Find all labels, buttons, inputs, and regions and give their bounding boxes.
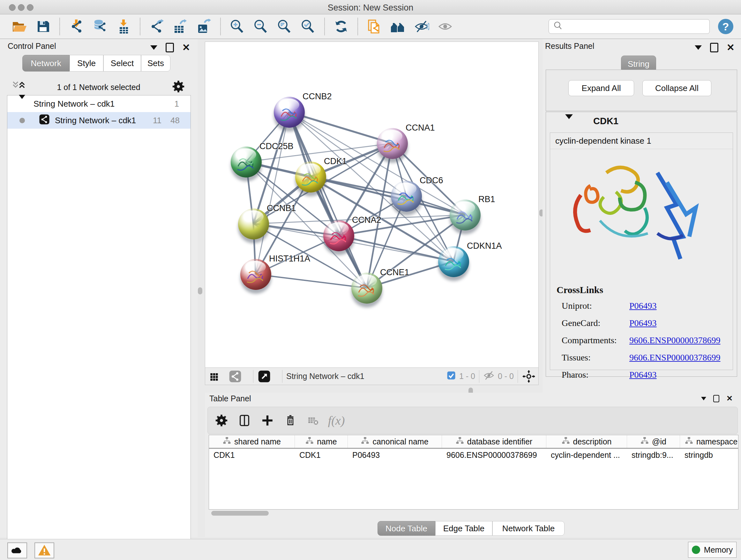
- zoom-fit-icon[interactable]: [276, 18, 293, 35]
- collapse-all-button[interactable]: Collapse All: [643, 80, 711, 96]
- column-header-shared-name[interactable]: shared name: [209, 435, 295, 448]
- column-header-database-identifier[interactable]: database identifier: [442, 435, 546, 448]
- hide-eye-icon[interactable]: [413, 18, 430, 35]
- import-table-icon[interactable]: [115, 18, 132, 35]
- table-cell[interactable]: CDK1: [209, 449, 295, 462]
- network-collection-row[interactable]: String Network – cdk1 1: [7, 96, 191, 112]
- network-node-cdc25b[interactable]: [231, 146, 262, 178]
- export-table-icon[interactable]: [172, 18, 189, 35]
- crosslink-link[interactable]: 9606.ENSP00000378699: [629, 335, 720, 346]
- export-network-icon[interactable]: [148, 18, 165, 35]
- crosslink-link[interactable]: P06493: [629, 370, 657, 380]
- column-header-namespace[interactable]: namespace: [680, 435, 738, 448]
- application-window: Session: New Session ? Control Panel ✕ N…: [0, 0, 741, 560]
- collapse-triangle-icon[interactable]: [19, 99, 25, 109]
- table-cell[interactable]: stringdb: [680, 449, 738, 462]
- float-panel-icon[interactable]: [713, 395, 719, 402]
- close-panel-icon[interactable]: ✕: [727, 44, 735, 51]
- column-header-description[interactable]: description: [546, 435, 627, 448]
- network-node-ccnb2[interactable]: [274, 97, 305, 128]
- crosslink-link[interactable]: P06493: [629, 318, 657, 328]
- float-panel-icon[interactable]: [165, 43, 174, 52]
- search-box[interactable]: [549, 19, 710, 34]
- delete-table-icon[interactable]: [306, 413, 321, 428]
- selected-checkbox-icon[interactable]: [447, 371, 456, 382]
- table-cell[interactable]: stringdb:9...: [627, 449, 680, 462]
- table-cell[interactable]: CDK1: [295, 449, 348, 462]
- delete-column-icon[interactable]: [282, 413, 298, 428]
- network-node-ccne1[interactable]: [351, 273, 382, 304]
- network-view-canvas[interactable]: CCNB2CCNA1CDC25BCDK1CDC6RB1CCNB1CCNA2CDK…: [205, 42, 539, 368]
- scrollbar-thumb[interactable]: [211, 511, 269, 516]
- network-node-ccna2[interactable]: [323, 220, 354, 251]
- export-image-icon[interactable]: [196, 18, 212, 35]
- column-header--id[interactable]: @id: [627, 435, 680, 448]
- close-panel-icon[interactable]: ✕: [726, 395, 733, 402]
- table-gear-icon[interactable]: [213, 413, 229, 428]
- network-edge[interactable]: [339, 236, 454, 261]
- tab-edge-table[interactable]: Edge Table: [435, 521, 492, 536]
- network-node-cdkn1a[interactable]: [438, 246, 469, 277]
- network-node-cdc6[interactable]: [391, 181, 422, 212]
- save-icon[interactable]: [35, 18, 51, 35]
- tab-network-table[interactable]: Network Table: [492, 521, 564, 536]
- expand-all-button[interactable]: Expand All: [568, 80, 634, 96]
- zoom-in-icon[interactable]: [229, 18, 246, 35]
- copy-document-icon[interactable]: [366, 18, 383, 35]
- network-options-gear-icon[interactable]: [172, 80, 185, 94]
- zoom-out-icon[interactable]: [253, 18, 269, 35]
- table-horizontal-scrollbar[interactable]: [209, 510, 737, 516]
- network-row[interactable]: String Network – cdk1 11 48: [7, 112, 191, 129]
- table-cell[interactable]: P06493: [348, 449, 442, 462]
- search-input[interactable]: [563, 22, 705, 31]
- network-edge[interactable]: [256, 274, 367, 288]
- tab-network[interactable]: Network: [22, 55, 70, 71]
- open-folder-icon[interactable]: [11, 18, 28, 35]
- float-panel-icon[interactable]: [710, 43, 718, 52]
- network-node-ccna1[interactable]: [377, 128, 408, 159]
- fit-selected-crosshair-icon[interactable]: [522, 368, 536, 384]
- table-cell[interactable]: 9606.ENSP00000378699: [442, 449, 546, 462]
- panel-menu-icon[interactable]: [695, 45, 702, 50]
- cloud-button[interactable]: [7, 543, 27, 558]
- network-edge[interactable]: [289, 112, 392, 143]
- panel-menu-icon[interactable]: [701, 397, 706, 400]
- show-eye-icon[interactable]: [437, 18, 454, 35]
- crosslink-link[interactable]: 9606.ENSP00000378699: [629, 353, 720, 363]
- panel-menu-icon[interactable]: [150, 45, 157, 50]
- birdseye-view-icon[interactable]: [257, 368, 271, 384]
- table-row[interactable]: CDK1CDK1P064939606.ENSP00000378699cyclin…: [209, 449, 738, 462]
- network-node-ccnb1[interactable]: [238, 208, 269, 240]
- home-icon[interactable]: [390, 18, 406, 35]
- network-name-label: String Network – cdk1: [286, 372, 364, 381]
- tab-sets[interactable]: Sets: [141, 55, 171, 71]
- network-edge[interactable]: [256, 112, 289, 274]
- function-builder-icon[interactable]: f(x): [328, 413, 344, 428]
- memory-button[interactable]: Memory: [688, 542, 737, 558]
- show-columns-icon[interactable]: [237, 413, 253, 428]
- hidden-eye-slash-icon[interactable]: [483, 370, 495, 383]
- close-panel-icon[interactable]: ✕: [182, 44, 190, 51]
- expand-collapse-icons[interactable]: [11, 79, 25, 95]
- import-network-icon[interactable]: [68, 18, 84, 35]
- tab-node-table[interactable]: Node Table: [378, 521, 435, 536]
- string-network-badge-icon[interactable]: [228, 368, 242, 384]
- column-header-canonical-name[interactable]: canonical name: [348, 435, 442, 448]
- zoom-selected-icon[interactable]: [300, 18, 316, 35]
- network-node-cdk1[interactable]: [295, 162, 326, 192]
- import-database-icon[interactable]: [91, 18, 108, 35]
- tab-style[interactable]: Style: [70, 55, 104, 71]
- section-collapse-triangle-icon[interactable]: [565, 119, 573, 125]
- table-cell[interactable]: cyclin-dependent ...: [546, 449, 627, 462]
- help-button[interactable]: ?: [718, 19, 733, 34]
- grid-view-icon[interactable]: [207, 368, 221, 384]
- refresh-icon[interactable]: [333, 18, 349, 35]
- network-node-hist1h1a[interactable]: [240, 259, 271, 290]
- tab-select[interactable]: Select: [104, 55, 141, 71]
- add-column-icon[interactable]: [259, 413, 275, 428]
- crosslink-link[interactable]: P06493: [629, 301, 657, 311]
- network-node-rb1[interactable]: [450, 199, 481, 231]
- warning-button[interactable]: [35, 543, 54, 558]
- column-header-name[interactable]: name: [295, 435, 348, 448]
- splitter-grip[interactable]: [198, 287, 202, 294]
